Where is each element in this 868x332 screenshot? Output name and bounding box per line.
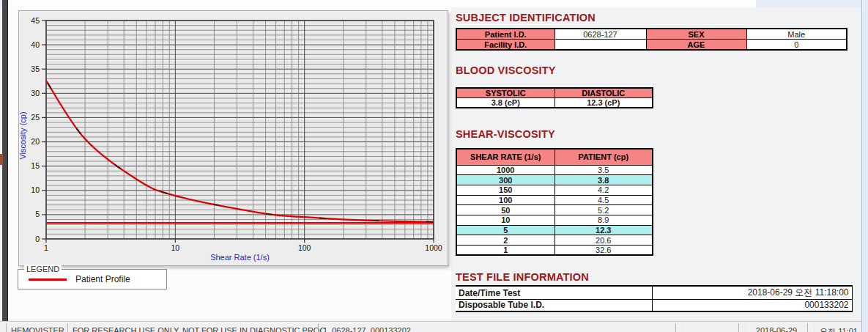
table-cell: 32.6 (554, 246, 653, 256)
table-cell: 2018-06-29 오전 11:18:00 (652, 286, 852, 300)
table-cell: Disposable Tube I.D. (456, 300, 652, 311)
svg-text:30: 30 (31, 89, 40, 97)
table-row: 3.8 (cP)12.3 (cP) (456, 98, 653, 108)
svg-text:0: 0 (35, 235, 40, 243)
table-cell: 4.2 (554, 185, 653, 195)
svg-text:45: 45 (31, 16, 40, 25)
table-cell: 3.5 (554, 165, 653, 175)
subject-identification-heading: SUBJECT IDENTIFICATION (456, 12, 596, 23)
table-row: Facility I.D.AGE0 (456, 40, 847, 51)
table-row: 505.2 (456, 205, 653, 215)
svg-text:15: 15 (31, 161, 40, 170)
table-row: 132.6 (456, 246, 653, 256)
chart-legend: LEGEND Patient Profile (18, 269, 167, 289)
table-row: Disposable Tube I.D.000133202 (456, 300, 852, 311)
table-header-cell: SYSTOLIC (456, 88, 554, 98)
table-cell: 0628-127 (554, 29, 646, 40)
table-row: 512.3 (456, 225, 653, 235)
svg-text:Viscosity (cp): Viscosity (cp) (19, 111, 27, 159)
shear-viscosity-chart: 0510152025303540451101001000Shear Rate (… (18, 10, 448, 266)
svg-text:25: 25 (31, 113, 40, 122)
legend-series-label: Patient Profile (75, 274, 130, 284)
svg-text:10: 10 (171, 243, 179, 252)
window-edge-mark (0, 154, 3, 165)
report-details: SUBJECT IDENTIFICATION Patient I.D.0628-… (456, 0, 855, 320)
table-row: Patient I.D.0628-127SEXMale (456, 29, 847, 40)
table-cell: 1000 (456, 165, 554, 175)
table-cell: 2 (456, 235, 554, 246)
chart-canvas: 0510152025303540451101001000Shear Rate (… (19, 11, 448, 265)
subject-identification-table: Patient I.D.0628-127SEXMaleFacility I.D.… (456, 28, 846, 51)
table-header-cell: AGE (646, 40, 746, 51)
table-cell: 000133202 (652, 300, 852, 311)
svg-text:5: 5 (35, 210, 40, 218)
table-cell: 10 (456, 215, 554, 225)
table-cell: 100 (456, 195, 554, 205)
table-cell: 0 (746, 40, 847, 51)
viscosity-report-window: 0510152025303540451101001000Shear Rate (… (0, 0, 868, 332)
table-header-cell: SHEAR RATE (1/s) (456, 149, 554, 165)
table-header-cell: Facility I.D. (456, 40, 554, 51)
status-time: 오전 11:01 (807, 323, 868, 332)
window-right-edge (861, 0, 868, 332)
status-date: 2018-06-29 (738, 323, 815, 332)
window-left-edge (2, 0, 8, 332)
status-bar: HEMOVISTER FOR RESEARCH USE ONLY. NOT FO… (0, 321, 868, 332)
table-cell: Date/Time Test (456, 286, 652, 300)
table-cell (554, 40, 646, 51)
table-cell: 5.2 (554, 205, 653, 215)
table-cell: 1 (456, 246, 554, 256)
table-header-cell: DIASTOLIC (554, 88, 653, 98)
svg-text:20: 20 (31, 137, 40, 146)
table-row: SYSTOLICDIASTOLIC (456, 88, 653, 98)
svg-text:10: 10 (31, 185, 40, 194)
status-device-name: HEMOVISTER (6, 323, 75, 332)
table-row: 108.9 (456, 215, 653, 225)
shear-viscosity-heading: SHEAR-VISCOSITY (456, 128, 555, 140)
svg-text:35: 35 (31, 64, 40, 73)
patient-profile-line-sample (29, 278, 67, 281)
table-cell: 300 (456, 175, 554, 185)
status-disclaimer: FOR RESEARCH USE ONLY. NOT FOR USE IN DI… (67, 323, 325, 332)
table-row: 3003.8 (456, 175, 653, 185)
table-cell: 150 (456, 185, 554, 195)
table-cell: 20.6 (554, 235, 653, 246)
svg-text:Shear Rate (1/s): Shear Rate (1/s) (210, 253, 270, 262)
table-cell: 3.8 (cP) (456, 98, 554, 108)
legend-box-label: LEGEND (24, 265, 62, 273)
table-cell: 12.3 (554, 225, 653, 235)
table-row: 220.6 (456, 235, 653, 246)
svg-text:40: 40 (31, 40, 40, 49)
table-cell: Male (746, 29, 847, 40)
table-cell: 4.5 (554, 195, 653, 205)
table-row: 1504.2 (456, 185, 653, 195)
table-header-cell: PATIENT (cp) (554, 149, 653, 165)
status-empty-cell (675, 323, 746, 332)
table-cell: 8.9 (554, 215, 653, 225)
table-row: 1004.5 (456, 195, 653, 205)
svg-text:100: 100 (298, 243, 311, 252)
svg-text:1: 1 (44, 243, 48, 252)
shear-viscosity-table: SHEAR RATE (1/s)PATIENT (cp)10003.53003.… (456, 148, 652, 256)
table-cell: 3.8 (554, 175, 653, 185)
table-header-cell: SEX (646, 29, 746, 40)
test-file-information-table: Date/Time Test2018-06-29 오전 11:18:00Disp… (456, 285, 852, 312)
table-row: SHEAR RATE (1/s)PATIENT (cp) (456, 149, 653, 165)
test-file-information-heading: TEST FILE INFORMATION (456, 271, 589, 283)
table-cell: 50 (456, 205, 554, 215)
table-row: 10003.5 (456, 165, 653, 175)
table-row: Date/Time Test2018-06-29 오전 11:18:00 (456, 286, 852, 300)
table-cell: 5 (456, 225, 554, 235)
table-cell: 12.3 (cP) (554, 98, 653, 108)
blood-viscosity-table: SYSTOLICDIASTOLIC3.8 (cP)12.3 (cP) (456, 87, 652, 108)
svg-text:1000: 1000 (425, 243, 442, 252)
table-header-cell: Patient I.D. (456, 29, 554, 40)
status-file-info: 1. 0628-127, 000133202 (318, 323, 683, 332)
blood-viscosity-heading: BLOOD VISCOSITY (456, 64, 556, 76)
